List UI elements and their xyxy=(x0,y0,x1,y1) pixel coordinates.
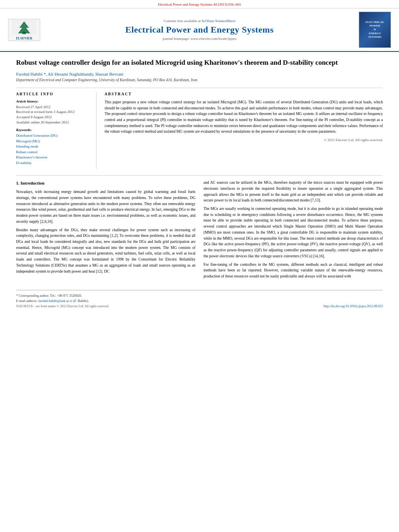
footer-notes: * Corresponding author. Tel.: +98 871 35… xyxy=(16,290,383,308)
article-title: Robust voltage controller design for an … xyxy=(16,58,383,68)
received-date: Received 27 April 2012 xyxy=(16,105,90,110)
cover-text: ELECTRICAL POWER & ENERGY SYSTEMS xyxy=(366,21,384,39)
history-label: Article history: xyxy=(16,99,90,103)
abstract-panel: ABSTRACT This paper proposes a new robus… xyxy=(105,92,383,169)
keyword-4: Kharitonov's theorem xyxy=(16,155,90,160)
keyword-3: Robust control xyxy=(16,150,90,155)
elsevier-logo-area: ELSEVIER xyxy=(8,19,48,41)
doi-link[interactable]: http://dx.doi.org/10.1016/j.ijepes.2012.… xyxy=(324,304,383,308)
intro-para-1: Nowadays, with increasing energy demand … xyxy=(16,189,195,224)
accepted-date: Accepted 9 August 2012 xyxy=(16,115,90,120)
body-columns: 1. Introduction Nowadays, with increasin… xyxy=(16,180,383,282)
intro-title: Introduction xyxy=(21,181,45,185)
journal-reference-bar: Electrical Power and Energy Systems 44 (… xyxy=(0,0,399,8)
intro-para-2: Besides many advantages of the DGs, they… xyxy=(16,227,195,275)
svg-rect-2 xyxy=(23,32,26,34)
available-date: Available online 26 September 2012 xyxy=(16,120,90,125)
journal-title: Electrical Power and Energy Systems xyxy=(48,25,351,35)
footnote-email: E-mail address: farshid.habibi@uok.ac.ir… xyxy=(16,299,383,303)
keywords-section: Keywords: Distributed Generation (DG) Mi… xyxy=(16,128,90,166)
elsevier-text: ELSEVIER xyxy=(16,37,32,40)
article-history: Article history: Received 27 April 2012 … xyxy=(16,99,90,125)
keyword-1: Microgrid (MG) xyxy=(16,139,90,144)
journal-cover-image: ELECTRICAL POWER & ENERGY SYSTEMS xyxy=(359,12,391,48)
revised-date: Received in revised form 3 August 2012 xyxy=(16,109,90,115)
contents-line: Contents lists available at SciVerse Sci… xyxy=(48,19,351,23)
article-info-title: ARTICLE INFO xyxy=(16,92,90,96)
body-column-left: 1. Introduction Nowadays, with increasin… xyxy=(16,180,195,282)
sciverse-link[interactable]: SciVerse ScienceDirect xyxy=(202,19,235,23)
info-abstract-row: ARTICLE INFO Article history: Received 2… xyxy=(16,88,383,169)
email-suffix: (F. Habibi). xyxy=(73,299,89,303)
issn-text: 0142-0615/$ – see front matter © 2012 El… xyxy=(16,304,109,308)
keyword-2: Islanding mode xyxy=(16,144,90,150)
keyword-5: D-stability xyxy=(16,160,90,166)
main-content: Robust voltage controller design for an … xyxy=(0,52,399,316)
abstract-text: This paper proposes a new robust voltage… xyxy=(105,99,383,135)
keyword-0: Distributed Generation (DG) xyxy=(16,133,90,139)
footnote-star: * Corresponding author. Tel.: +98 871 35… xyxy=(16,294,383,298)
intro-para-5: For fine-tuning of the controllers in th… xyxy=(204,262,383,279)
intro-para-3: and AC sources can be utilized in the MG… xyxy=(204,180,383,203)
article-info-panel: ARTICLE INFO Article history: Received 2… xyxy=(16,92,97,169)
email-label: E-mail address: xyxy=(16,299,37,303)
affiliation-text: Department of Electrical and Computer En… xyxy=(16,78,383,82)
intro-para-4: The MGs are usually working in connected… xyxy=(204,206,383,259)
copyright-text: © 2012 Elsevier Ltd. All rights reserved… xyxy=(105,138,383,142)
journal-cover-area: ELECTRICAL POWER & ENERGY SYSTEMS xyxy=(351,12,391,48)
authors-line: Farshid Habibi *, Ali Hesami Naghshbandy… xyxy=(16,72,383,76)
journal-ref-text: Electrical Power and Energy Systems 44 (… xyxy=(158,2,241,6)
email-link[interactable]: farshid.habibi@uok.ac.ir xyxy=(38,299,72,303)
section-divider xyxy=(16,175,383,176)
contents-text: Contents lists available at xyxy=(164,19,201,23)
elsevier-logo-svg xyxy=(12,20,36,35)
journal-title-area: Contents lists available at SciVerse Sci… xyxy=(48,19,351,41)
abstract-title: ABSTRACT xyxy=(105,92,383,96)
homepage-text: journal homepage: www.elsevier.com/locat… xyxy=(162,37,236,41)
keywords-label: Keywords: xyxy=(16,128,90,132)
body-column-right: and AC sources can be utilized in the MG… xyxy=(204,180,383,282)
footer-bottom: 0142-0615/$ – see front matter © 2012 El… xyxy=(16,304,383,308)
authors-text: Farshid Habibi *, Ali Hesami Naghshbandy… xyxy=(16,72,123,76)
journal-homepage: journal homepage: www.elsevier.com/locat… xyxy=(48,37,351,41)
journal-header: ELSEVIER Contents lists available at Sci… xyxy=(0,8,399,52)
intro-heading: 1. Introduction xyxy=(16,180,195,187)
intro-number: 1. xyxy=(16,181,19,185)
elsevier-logo: ELSEVIER xyxy=(8,19,40,41)
